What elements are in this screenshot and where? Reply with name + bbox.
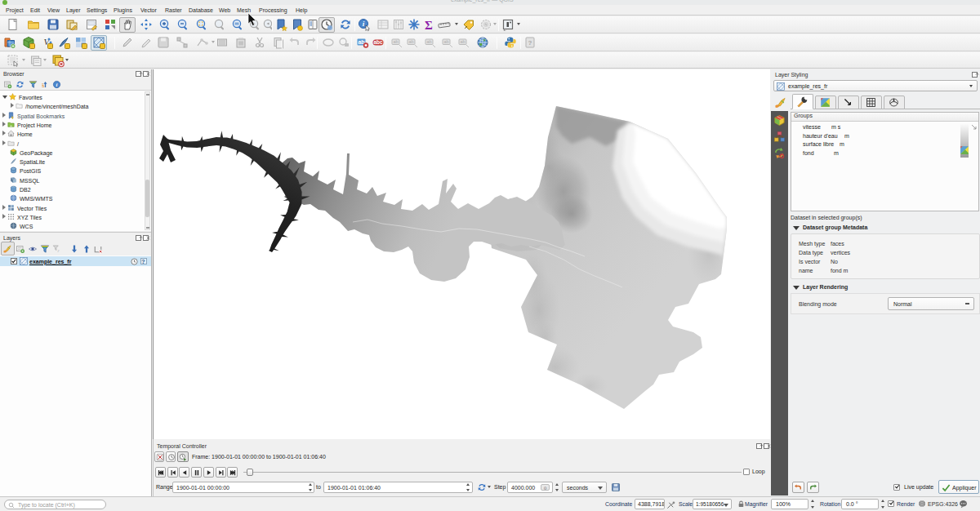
svg-text:ε: ε [58, 248, 60, 253]
svg-text:i: i [56, 82, 58, 87]
svg-text:Σ: Σ [425, 19, 433, 32]
svg-text:ab: ab [393, 39, 398, 44]
svg-text:ab: ab [443, 39, 448, 44]
svg-text:ab: ab [426, 39, 431, 44]
svg-text:ab: ab [460, 39, 465, 44]
svg-text:abc: abc [373, 39, 383, 45]
svg-text:ab: ab [408, 39, 413, 44]
svg-text:?: ? [528, 39, 532, 47]
